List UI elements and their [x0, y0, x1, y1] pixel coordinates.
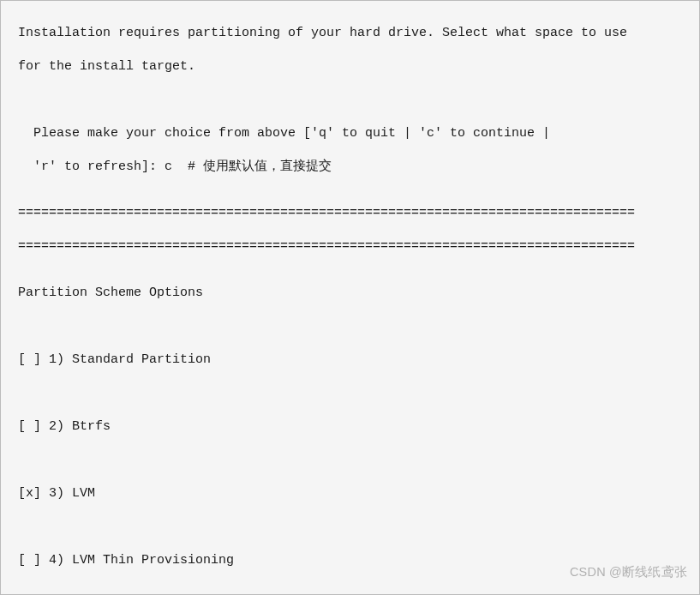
option-3[interactable]: [x] 3) LVM	[18, 477, 682, 510]
separator-1: ========================================…	[18, 196, 682, 230]
prompt-prefix: 'r' to refresh]:	[33, 159, 165, 174]
prompt-comment: # 使用默认值，直接提交	[172, 159, 332, 174]
option-2[interactable]: [ ] 2) Btrfs	[18, 410, 682, 443]
intro-line-2: for the install target.	[18, 50, 682, 83]
section-title: Partition Scheme Options	[18, 276, 682, 310]
separator-2: ========================================…	[18, 230, 682, 263]
prompt-input[interactable]: c	[165, 159, 172, 174]
prompt-line-1: Please make your choice from above ['q' …	[18, 117, 682, 150]
prompt-line-2[interactable]: 'r' to refresh]: c # 使用默认值，直接提交	[18, 150, 682, 183]
option-4[interactable]: [ ] 4) LVM Thin Provisioning	[18, 544, 682, 577]
option-1[interactable]: [ ] 1) Standard Partition	[18, 343, 682, 376]
intro-line-1: Installation requires partitioning of yo…	[18, 16, 682, 50]
